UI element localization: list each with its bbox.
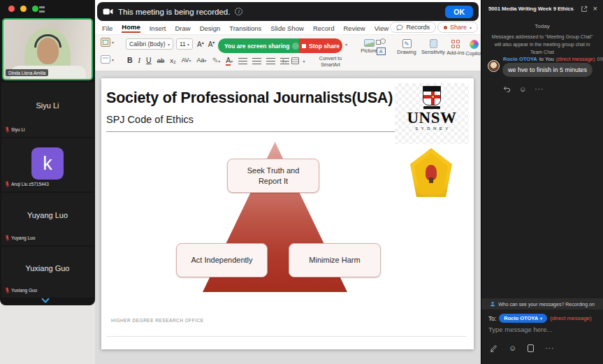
more-tools-icon[interactable]: ··· bbox=[545, 344, 554, 352]
message-bubble[interactable]: we hve to finish in 5 minutes bbox=[502, 63, 593, 77]
underline-button[interactable]: U bbox=[146, 56, 152, 64]
untag-emblem bbox=[426, 165, 437, 180]
tab-file[interactable]: File bbox=[102, 24, 112, 32]
tab-draw[interactable]: Draw bbox=[175, 24, 190, 32]
message-header: Rocio OTOYA to You (direct message) 09.5… bbox=[503, 56, 597, 62]
muted-mic-icon bbox=[5, 287, 10, 293]
shapes-icon bbox=[376, 38, 386, 46]
font-format-group: B I U ab x₂ AV▾ Aa▾ ✎▾ A▾ bbox=[127, 56, 233, 64]
sharing-banner-text: You are screen sharing bbox=[224, 43, 289, 50]
strikethrough-button[interactable]: ab bbox=[157, 57, 165, 64]
view-options-icon[interactable] bbox=[39, 6, 45, 13]
presenter-icon bbox=[444, 26, 447, 29]
tab-view[interactable]: View bbox=[375, 24, 388, 32]
tab-design[interactable]: Design bbox=[200, 24, 221, 32]
drawing-icon: ✎ bbox=[402, 39, 412, 48]
subscript-button[interactable]: x₂ bbox=[170, 57, 175, 64]
chevron-down-icon: ▾ bbox=[112, 57, 114, 62]
align-left-button[interactable] bbox=[238, 58, 247, 65]
add-ins-icon bbox=[451, 40, 460, 48]
highlight-button[interactable]: ✎▾ bbox=[212, 56, 220, 64]
participant-tile[interactable]: Yuyang Luo Yuyang Luo bbox=[1, 193, 94, 245]
align-right-button[interactable] bbox=[266, 58, 275, 65]
footer-rule bbox=[106, 336, 467, 337]
tab-slide-show[interactable]: Slide Show bbox=[270, 24, 304, 32]
recipient-selector[interactable]: Rocio OTOYA ▾ bbox=[499, 314, 547, 323]
convert-smartart-button[interactable]: Convert to SmartArt bbox=[317, 56, 344, 68]
chat-notice: Messages addressed to "Meeting Group Cha… bbox=[490, 33, 595, 57]
active-speaker-video[interactable]: Dinda Lisna Amilia bbox=[2, 18, 93, 80]
unsw-logo: UNSW SYDNEY bbox=[395, 83, 469, 144]
line-spacing-button[interactable]: ↕▾ bbox=[282, 57, 287, 64]
powerpoint-window: File Home Insert Draw Design Transitions… bbox=[95, 0, 481, 364]
shrink-font-button[interactable]: A▾ bbox=[208, 40, 215, 48]
tab-home[interactable]: Home bbox=[122, 23, 140, 33]
participant-tile[interactable]: Siyu Li Siyu Li bbox=[1, 82, 94, 137]
bold-button[interactable]: B bbox=[127, 56, 133, 64]
tab-review[interactable]: Review bbox=[344, 24, 365, 32]
font-name-select[interactable]: Calibri (Body) ▾ bbox=[126, 38, 173, 50]
minimize-window-button[interactable] bbox=[20, 6, 27, 12]
more-options-icon[interactable]: ··· bbox=[535, 85, 544, 93]
reply-icon[interactable] bbox=[503, 86, 511, 92]
message-sender[interactable]: Rocio OTOYA bbox=[503, 56, 537, 62]
pause-share-icon[interactable] bbox=[292, 43, 299, 50]
day-divider: Today bbox=[481, 23, 603, 29]
chevron-down-icon: ▾ bbox=[168, 42, 170, 47]
speaker-face bbox=[37, 38, 59, 64]
message-recipient: to You bbox=[539, 56, 554, 62]
zoom-window-button[interactable] bbox=[32, 6, 38, 12]
pyramid-box-top: Seek Truth and Report It bbox=[227, 159, 319, 193]
tab-record[interactable]: Record bbox=[313, 24, 335, 32]
window-controls[interactable] bbox=[8, 6, 38, 12]
stop-share-button[interactable]: Stop share bbox=[299, 38, 342, 53]
align-center-button[interactable] bbox=[252, 58, 261, 65]
text-box-icon[interactable]: A bbox=[377, 48, 386, 55]
drawing-button[interactable]: ✎ Drawing bbox=[393, 39, 421, 55]
chevron-down-icon[interactable]: ▾ bbox=[345, 42, 347, 47]
participant-display-name: Yuyang Luo bbox=[1, 193, 94, 237]
tab-transitions[interactable]: Transitions bbox=[229, 24, 261, 32]
stop-icon bbox=[302, 44, 306, 48]
participant-avatar: k bbox=[31, 147, 64, 180]
pop-out-icon[interactable] bbox=[581, 6, 588, 13]
shapes-button[interactable]: A bbox=[373, 38, 388, 55]
unsw-sydney-label: SYDNEY bbox=[415, 126, 451, 131]
react-emoji-icon[interactable]: ☺ bbox=[519, 85, 526, 93]
person-icon bbox=[490, 301, 495, 307]
font-size-select[interactable]: 11 ▾ bbox=[176, 38, 193, 50]
message-input[interactable] bbox=[488, 326, 596, 333]
emoji-icon[interactable]: ☺ bbox=[509, 344, 516, 352]
records-button[interactable]: Records bbox=[390, 22, 436, 33]
avatar bbox=[488, 60, 500, 72]
paste-button[interactable]: ▾ bbox=[101, 38, 114, 47]
sensitivity-icon bbox=[430, 39, 437, 48]
close-icon[interactable]: × bbox=[593, 5, 597, 13]
participant-name-label: Siyu Li bbox=[11, 127, 25, 132]
change-case-button[interactable]: Aa▾ bbox=[196, 57, 206, 64]
participant-tile[interactable]: k Anqi Liu z5715443 bbox=[1, 138, 94, 191]
chevron-down-icon: ▾ bbox=[187, 42, 189, 47]
info-icon[interactable]: i bbox=[235, 8, 242, 15]
ok-button[interactable]: OK bbox=[445, 6, 473, 18]
columns-icon[interactable] bbox=[291, 57, 299, 64]
screen-sharing-banner[interactable]: You are screen sharing bbox=[218, 38, 299, 53]
close-window-button[interactable] bbox=[8, 6, 15, 12]
participant-name-label: Anqi Liu z5715443 bbox=[11, 182, 49, 187]
attach-file-icon[interactable] bbox=[528, 344, 534, 352]
participant-name-label: Yuxiang Guo bbox=[11, 288, 37, 293]
format-text-icon[interactable] bbox=[490, 344, 497, 352]
to-label: To: bbox=[488, 315, 496, 322]
tab-insert[interactable]: Insert bbox=[150, 24, 166, 32]
grow-font-button[interactable]: A▴ bbox=[197, 40, 204, 48]
italic-button[interactable]: I bbox=[138, 57, 141, 64]
privacy-bar[interactable]: Who can see your messages? Recording on bbox=[481, 298, 603, 310]
character-spacing-button[interactable]: AV▾ bbox=[182, 57, 191, 64]
share-button[interactable]: Share ▾ bbox=[437, 22, 478, 33]
participant-tile[interactable]: Yuxiang Guo Yuxiang Guo bbox=[1, 247, 94, 298]
slide: Society of Professional Journalists(USA)… bbox=[101, 78, 474, 349]
new-slide-button[interactable]: ▾ bbox=[101, 55, 114, 64]
participant-display-name: Siyu Li bbox=[1, 82, 94, 129]
slide-canvas-area: Society of Professional Journalists(USA)… bbox=[95, 71, 481, 364]
font-color-button[interactable]: A▾ bbox=[226, 56, 233, 64]
